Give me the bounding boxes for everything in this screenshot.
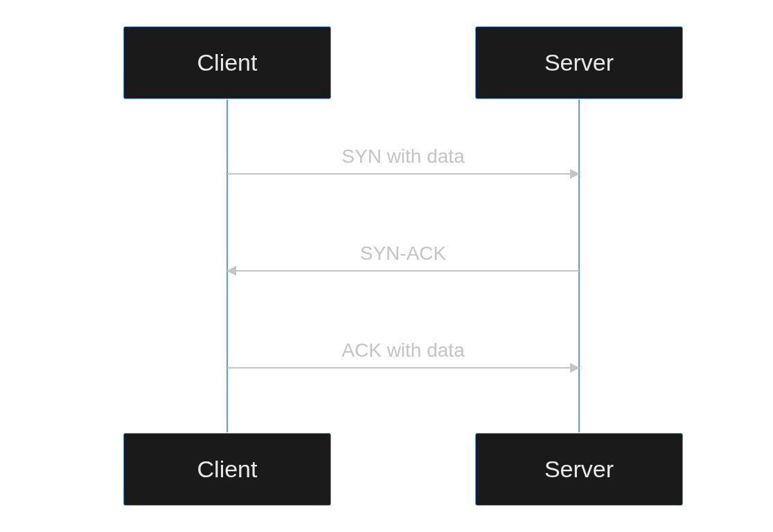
message-2-arrow — [227, 270, 579, 272]
actor-client-bottom-label: Client — [197, 456, 258, 483]
message-1-label: SYN with data — [227, 145, 579, 168]
message-2-label: SYN-ACK — [227, 242, 579, 265]
message-3-label: ACK with data — [227, 339, 579, 362]
message-2: SYN-ACK — [227, 242, 579, 272]
actor-client-bottom: Client — [123, 433, 331, 506]
actor-server-top: Server — [475, 26, 683, 99]
actor-server-bottom: Server — [475, 433, 683, 506]
message-1: SYN with data — [227, 145, 579, 175]
message-1-arrow — [227, 173, 579, 175]
actor-server-top-label: Server — [544, 49, 614, 76]
actor-client-top: Client — [123, 26, 331, 99]
message-3-arrow — [227, 367, 579, 369]
actor-server-bottom-label: Server — [544, 456, 614, 483]
message-3: ACK with data — [227, 339, 579, 369]
sequence-diagram: Client Server SYN with data SYN-ACK ACK … — [0, 0, 773, 532]
actor-client-top-label: Client — [197, 49, 258, 76]
